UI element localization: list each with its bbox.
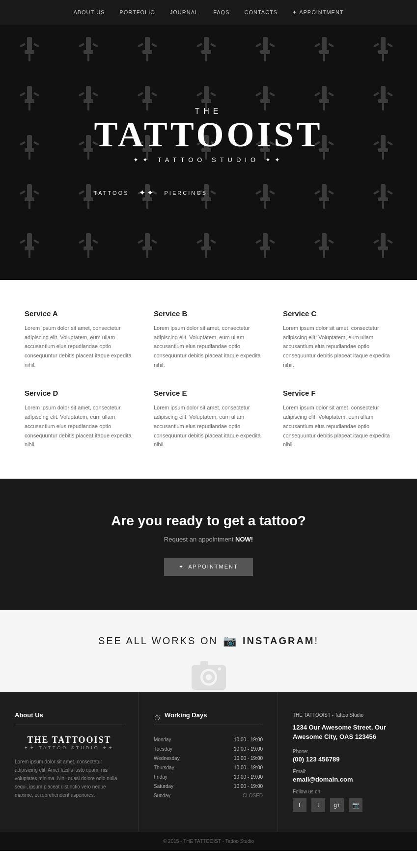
svg-rect-11 [92,43,98,47]
svg-rect-175 [83,246,93,250]
svg-rect-170 [28,250,30,258]
svg-point-135 [86,184,91,189]
svg-rect-126 [27,184,32,199]
svg-rect-192 [263,233,268,248]
nav-about[interactable]: ABOUT US [73,9,105,15]
svg-rect-188 [205,250,207,258]
svg-rect-73 [319,99,329,103]
day-name: Saturday [154,782,205,791]
instagram-text: SEE ALL WORKS ON 📷 Instagram! [98,635,319,648]
svg-rect-40 [373,43,379,47]
day-name: Tuesday [154,744,205,754]
svg-rect-41 [387,43,393,47]
svg-rect-89 [33,141,39,145]
svg-rect-186 [204,233,209,248]
svg-rect-12 [145,37,150,52]
svg-rect-47 [33,92,39,96]
hero-section: (function() { var grid = document.queryS… [0,25,417,280]
service-title: Service A [25,309,134,318]
svg-rect-28 [255,43,261,47]
hero-services: TATTOOS ✦✦ PIERCINGS [94,188,323,197]
svg-rect-48 [86,86,91,101]
svg-rect-120 [381,135,386,150]
svg-rect-82 [373,92,379,96]
svg-point-45 [27,86,32,91]
svg-rect-152 [264,201,266,209]
svg-rect-202 [314,239,320,244]
svg-rect-22 [196,43,202,47]
svg-rect-167 [387,190,393,194]
service-title: Service E [154,389,263,397]
svg-rect-46 [20,92,26,96]
svg-rect-23 [210,43,216,47]
svg-rect-20 [205,54,207,61]
svg-rect-125 [387,141,393,145]
svg-point-33 [322,37,327,42]
nav-faqs[interactable]: FAQS [213,9,229,15]
svg-rect-209 [387,239,393,244]
svg-rect-70 [255,92,261,96]
svg-point-15 [145,37,150,42]
svg-rect-208 [373,239,379,244]
service-title: Service D [25,389,134,397]
svg-rect-193 [260,246,270,250]
footer-logo-area: THE TATTOOIST ✦✦ TATTOO STUDIO ✦✦ [15,735,124,750]
svg-rect-36 [381,37,386,52]
day-hours: 10:00 - 19:00 [205,744,263,754]
svg-rect-53 [92,92,98,96]
svg-rect-79 [378,99,388,103]
svg-rect-77 [328,92,334,96]
svg-rect-83 [387,92,393,96]
svg-rect-168 [27,233,32,248]
svg-rect-25 [260,50,270,54]
svg-rect-78 [381,86,386,101]
svg-rect-4 [20,43,26,47]
footer-about-divider [15,725,124,725]
footer-email-label: Email: [293,769,402,774]
svg-rect-119 [328,141,334,145]
appointment-button[interactable]: ✦ APPOINTMENT [164,558,252,576]
svg-rect-169 [25,246,34,250]
social-twitter[interactable]: t [311,798,325,812]
day-name: Monday [154,735,205,744]
working-day-row: Saturday 10:00 - 19:00 [154,782,263,791]
service-item: Service E Lorem ipsum dolor sit amet, co… [154,389,263,449]
footer-working-divider [154,725,263,725]
svg-point-3 [27,37,32,42]
svg-rect-163 [378,197,388,201]
svg-rect-17 [151,43,157,47]
svg-rect-38 [382,54,384,61]
service-item: Service D Lorem ipsum dolor sit amet, co… [25,389,134,449]
social-gplus[interactable]: g+ [330,798,344,812]
footer-contact-col: THE TATTOOIST - Tattoo Studio 1234 Our A… [278,692,417,832]
svg-rect-18 [204,37,209,52]
service-text: Lorem ipsum dolor sit amet, consectetur … [154,324,263,369]
instagram-section: SEE ALL WORKS ON 📷 Instagram! [0,610,417,692]
working-day-row: Monday 10:00 - 19:00 [154,735,263,744]
appointment-btn-icon: ✦ [179,564,184,570]
social-instagram[interactable]: 📷 [349,798,362,812]
service-title: Service C [283,309,392,318]
svg-rect-158 [323,201,325,209]
svg-rect-67 [260,99,270,103]
svg-rect-157 [319,197,329,201]
svg-rect-71 [269,92,275,96]
nav-contacts[interactable]: CONTACTS [244,9,278,15]
svg-rect-184 [138,239,143,244]
svg-point-257 [218,667,221,670]
svg-rect-176 [87,250,89,258]
svg-rect-8 [87,54,89,61]
nav-journal[interactable]: JOURNAL [170,9,198,15]
nav-appointment[interactable]: ✦ APPOINTMENT [292,9,343,16]
svg-point-69 [263,86,268,91]
cta-heading: Are you ready to get a tattoo? [20,513,397,529]
nav-portfolio[interactable]: PORTFOLIO [119,9,155,15]
svg-rect-14 [146,54,148,61]
service-title: Service B [154,309,263,318]
svg-point-129 [27,184,32,189]
svg-rect-31 [319,50,329,54]
social-facebook[interactable]: f [293,798,306,812]
svg-rect-133 [83,197,93,201]
working-day-row: Thursday 10:00 - 19:00 [154,763,263,772]
svg-point-123 [381,135,386,140]
